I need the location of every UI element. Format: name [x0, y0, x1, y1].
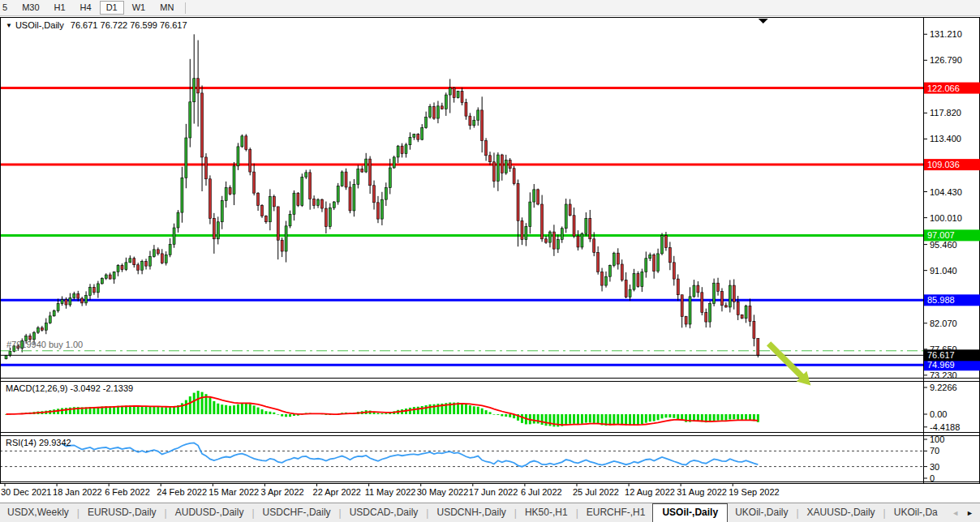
tabs-scroll-nav: ◄► — [948, 509, 980, 517]
price-axis: 131.210126.790117.820113.400104.430100.0… — [923, 29, 980, 483]
svg-text:100.010: 100.010 — [930, 213, 962, 223]
level-lines — [0, 88, 923, 366]
chart-tab-usdx-weekly[interactable]: USDX,Weekly — [0, 504, 76, 521]
svg-text:31 Aug 2022: 31 Aug 2022 — [677, 487, 727, 497]
date-axis: 30 Dec 202118 Jan 20226 Feb 202224 Feb 2… — [1, 484, 780, 497]
svg-text:131.210: 131.210 — [930, 29, 962, 39]
timeframe-button-H1[interactable]: H1 — [48, 1, 72, 15]
svg-text:91.040: 91.040 — [930, 266, 957, 276]
timeframe-button-W1[interactable]: W1 — [126, 1, 153, 15]
svg-text:17 Jun 2022: 17 Jun 2022 — [469, 487, 518, 497]
svg-text:25 Jul 2022: 25 Jul 2022 — [573, 487, 619, 497]
svg-text:76.617: 76.617 — [927, 350, 955, 360]
timeframe-toolbar: 5M30H1H4D1W1MN — [0, 0, 980, 16]
svg-text:24 Feb 2022: 24 Feb 2022 — [157, 487, 207, 497]
macd-indicator-label: MACD(12,26,9) -3.0492 -2.1339 — [6, 383, 133, 393]
svg-text:95.460: 95.460 — [930, 240, 957, 250]
chart-tab-usoil-daily[interactable]: USOil-,Daily — [652, 503, 728, 522]
candles — [5, 34, 759, 359]
svg-text:12 Aug 2022: 12 Aug 2022 — [625, 487, 675, 497]
svg-text:126.790: 126.790 — [930, 55, 962, 65]
svg-text:73.230: 73.230 — [930, 370, 957, 380]
order-line-label: #7919940 buy 1.00 — [6, 340, 83, 349]
chart-tab-ukoil-da[interactable]: UKOil-,Da — [887, 504, 945, 521]
svg-text:-4.4188: -4.4188 — [930, 422, 960, 432]
svg-text:113.400: 113.400 — [930, 134, 961, 143]
svg-text:117.820: 117.820 — [930, 108, 961, 118]
svg-text:0.00: 0.00 — [930, 409, 947, 419]
rsi-indicator-label: RSI(14) 29.9342 — [6, 438, 71, 447]
timeframe-button-5[interactable]: 5 — [0, 1, 14, 15]
svg-text:70: 70 — [930, 446, 939, 456]
svg-text:30 May 2022: 30 May 2022 — [417, 487, 469, 497]
svg-text:74.969: 74.969 — [927, 360, 955, 370]
chart-title: ▼USOil-,Daily76.671 76.722 76.599 76.617 — [6, 20, 187, 30]
chart-tabs-bar: USDX,Weekly|EURUSD-,Daily|AUDUSD-,Daily|… — [0, 503, 980, 522]
timeframe-button-M30[interactable]: M30 — [15, 1, 45, 15]
chart-tab-audusd-daily[interactable]: AUDUSD-,Daily — [168, 504, 251, 521]
svg-text:30 Dec 2021: 30 Dec 2021 — [1, 487, 51, 497]
price-chart[interactable]: 131.210126.790117.820113.400104.430100.0… — [0, 0, 980, 522]
chart-tab-ukoil-daily[interactable]: UKOil-,Daily — [728, 504, 795, 521]
svg-text:100: 100 — [930, 434, 944, 444]
svg-text:15 Mar 2022: 15 Mar 2022 — [208, 487, 259, 497]
chart-symbol: USOil-,Daily — [15, 20, 64, 30]
svg-text:9.2266: 9.2266 — [930, 383, 957, 392]
chart-tab-eurchf-h1[interactable]: EURCHF-,H1 — [579, 504, 653, 521]
chart-tab-usdcad-daily[interactable]: USDCAD-,Daily — [342, 504, 426, 521]
svg-text:11 May 2022: 11 May 2022 — [365, 487, 416, 497]
chart-shift-marker-icon — [759, 19, 768, 24]
svg-text:122.066: 122.066 — [927, 83, 960, 93]
svg-text:82.070: 82.070 — [930, 319, 957, 328]
tabs-scroll-right-icon[interactable]: ► — [966, 509, 974, 517]
chart-tab-usdcnh-daily[interactable]: USDCNH-,Daily — [429, 504, 513, 521]
svg-text:104.430: 104.430 — [930, 187, 962, 197]
chart-tab-usdchf-daily[interactable]: USDCHF-,Daily — [256, 504, 338, 521]
svg-text:6 Jul 2022: 6 Jul 2022 — [521, 487, 562, 497]
rsi-pane — [0, 443, 923, 466]
svg-text:109.036: 109.036 — [927, 160, 960, 169]
toolbar-separator — [185, 2, 186, 14]
svg-text:3 Apr 2022: 3 Apr 2022 — [260, 487, 303, 497]
chart-tab-hk50-h1[interactable]: HK50-,H1 — [518, 504, 575, 521]
svg-text:6 Feb 2022: 6 Feb 2022 — [105, 487, 150, 497]
svg-text:18 Jan 2022: 18 Jan 2022 — [53, 487, 102, 497]
timeframe-button-H4[interactable]: H4 — [74, 1, 98, 15]
timeframe-button-MN[interactable]: MN — [153, 1, 180, 15]
chevron-down-icon[interactable]: ▼ — [6, 22, 12, 29]
chart-tab-xauusd-daily[interactable]: XAUUSD-,Daily — [800, 504, 883, 521]
timeframe-button-D1[interactable]: D1 — [100, 1, 124, 15]
svg-text:22 Apr 2022: 22 Apr 2022 — [313, 487, 361, 497]
annotations — [759, 19, 811, 385]
price-lines-top — [0, 351, 923, 356]
tabs-scroll-left-icon[interactable]: ◄ — [952, 509, 959, 517]
chart-quote: 76.671 76.722 76.599 76.617 — [71, 20, 187, 30]
svg-text:30: 30 — [930, 462, 939, 472]
svg-text:19 Sep 2022: 19 Sep 2022 — [729, 487, 779, 497]
chart-tab-eurusd-daily[interactable]: EURUSD-,Daily — [80, 504, 164, 521]
terminal-window: 5M30H1H4D1W1MN 131.210126.790117.820113.… — [0, 0, 980, 522]
macd-pane — [5, 391, 759, 426]
svg-text:0: 0 — [930, 473, 935, 483]
svg-text:85.988: 85.988 — [927, 295, 955, 305]
svg-text:97.007: 97.007 — [927, 230, 955, 240]
